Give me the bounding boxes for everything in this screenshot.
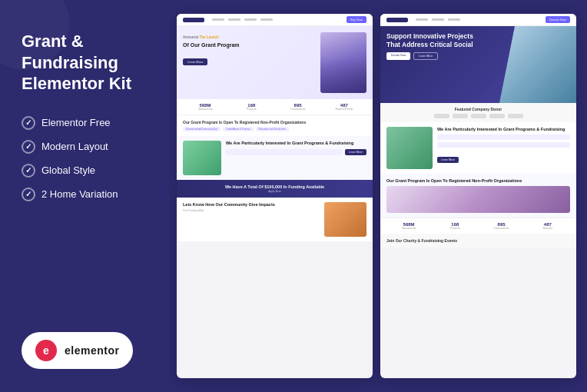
stat-label: Projects <box>433 227 477 230</box>
mock-stats-right: 568M Investments 168 Projects 895 Transa… <box>380 218 576 234</box>
mock-nav-left: Buy Now <box>177 14 373 26</box>
left-panel: Grant & Fundraising Elementor Kit Elemen… <box>0 0 169 392</box>
stat-label: Investments <box>183 108 227 111</box>
mock-hero-image <box>320 32 366 93</box>
nav-link <box>244 18 257 21</box>
stat-reports: 487 Reports/Feeds <box>322 103 366 111</box>
nav-link <box>432 18 444 21</box>
mock-community: Lets Know How Our Community Give Impacts… <box>177 198 373 241</box>
elementor-badge: e elementor <box>22 332 133 369</box>
grant-btn: Learn More <box>437 157 459 163</box>
open-section-image <box>386 186 570 213</box>
dark-section-title: We Have A Total Of $100,000 In Funding A… <box>183 184 366 189</box>
mock-nav-links-right <box>416 18 460 21</box>
features-list: Elementor Free Modern Layout Global Styl… <box>22 116 151 201</box>
mock-hero-right: Support Innovative Projects That Address… <box>380 26 576 103</box>
donor-logo <box>489 114 505 118</box>
stat-projects: 168 Projects <box>229 103 274 111</box>
community-text: Lets Know How Our Community Give Impacts… <box>183 202 320 237</box>
grant-inputs <box>437 135 570 148</box>
feature-modern-layout: Modern Layout <box>22 140 151 154</box>
events-title: Join Our Charity & Fundraising Events <box>386 238 570 243</box>
screenshots-panel: Buy Now Announce The Launch Of Our Grant… <box>169 0 587 392</box>
grant-image <box>386 127 433 169</box>
mock-section2: We Are Particularly Interested In Grant … <box>177 136 373 180</box>
grant-amount-input[interactable] <box>226 149 343 155</box>
check-icon <box>22 164 35 178</box>
feature-global-style: Global Style <box>22 164 151 178</box>
donors-title: Featured Company Donor <box>386 107 570 111</box>
stat-transactions-right: 895 Transactions <box>479 222 524 230</box>
kit-title: Grant & Fundraising Elementor Kit <box>22 31 151 95</box>
hero-right-text: Support Innovative Projects That Address… <box>386 32 570 60</box>
community-desc: Our Funding Map <box>183 209 320 213</box>
stat-label: Projects <box>229 108 274 111</box>
screenshot-right: Donate Now Support Innovative Projects T… <box>380 14 576 378</box>
stat-transactions: 895 Transactions <box>276 103 320 111</box>
check-icon <box>22 116 35 130</box>
mock-open-section: Our Grant Program Is Open To Registered … <box>380 174 576 218</box>
donors-logos <box>386 114 570 118</box>
section2-title: We Are Particularly Interested In Grant … <box>226 141 366 146</box>
mock-grant-section: We Are Particularly Interested In Grant … <box>380 122 576 174</box>
feature-label: 2 Home Variation <box>41 188 118 200</box>
mock-site-right: Donate Now Support Innovative Projects T… <box>380 14 576 378</box>
grant-field[interactable] <box>437 142 570 148</box>
tag: Grant Admin & Process <box>223 127 253 131</box>
check-icon <box>22 188 35 201</box>
nav-link <box>228 18 240 21</box>
stat-investments: 568M Investments <box>183 103 227 111</box>
elementor-brand-text: elementor <box>65 344 119 357</box>
mock-nav-links <box>212 18 273 21</box>
section2-input-row: Learn More <box>226 149 366 155</box>
stat-label: Transactions <box>276 108 320 111</box>
nav-link <box>212 18 224 21</box>
hero-person <box>320 32 366 93</box>
donor-logo <box>434 114 449 118</box>
mock-tags: Environmental/Community Dev Grant Admin … <box>183 127 366 131</box>
stat-label: Transactions <box>479 227 524 230</box>
stat-projects-right: 168 Projects <box>433 222 477 230</box>
nav-link <box>260 18 273 21</box>
donor-logo <box>508 114 523 118</box>
mock-logo <box>183 18 204 22</box>
donate-btn: Donate Now <box>386 52 410 60</box>
stat-reports-right: 487 Reports <box>526 222 570 230</box>
feature-label: Modern Layout <box>41 141 108 152</box>
stat-label: Investments <box>386 227 431 230</box>
section2-text: We Are Particularly Interested In Grant … <box>226 141 366 155</box>
grant-field[interactable] <box>437 135 570 140</box>
mock-section1: Our Grant Program Is Open To Registered … <box>177 115 373 136</box>
donor-logo <box>471 114 486 118</box>
hero-right-buttons: Donate Now Learn More <box>386 52 570 60</box>
hero-button: Learn More <box>183 58 207 65</box>
mock-nav-cta-right: Donate Now <box>546 16 570 23</box>
tag: Education and Social work <box>256 127 289 131</box>
stat-label: Reports <box>526 227 570 230</box>
mock-donors: Featured Company Donor <box>380 103 576 122</box>
hero-announce: Announce The Launch <box>183 35 317 39</box>
feature-label: Global Style <box>41 164 95 176</box>
stats-row: 568M Investments 168 Projects 895 Transa… <box>177 99 373 115</box>
hero-title: Of Our Grant Program <box>183 42 317 48</box>
mock-site-left: Buy Now Announce The Launch Of Our Grant… <box>177 14 373 378</box>
donor-logo <box>453 114 468 118</box>
stat-label: Reports/Feeds <box>322 108 366 111</box>
grant-title: We Are Particularly Interested In Grant … <box>437 127 570 132</box>
open-title: Our Grant Program Is Open To Registered … <box>386 178 570 184</box>
section1-title: Our Grant Program Is Open To Registered … <box>183 120 366 125</box>
hero-right-title: Support Innovative Projects That Address… <box>386 32 479 48</box>
mock-hero-left: Announce The Launch Of Our Grant Program… <box>177 26 373 99</box>
nav-link <box>448 18 460 21</box>
community-title: Lets Know How Our Community Give Impacts <box>183 202 320 207</box>
community-image <box>324 202 366 237</box>
grant-text: We Are Particularly Interested In Grant … <box>437 127 570 169</box>
stat-investments-right: 568M Investments <box>386 222 431 230</box>
mock-events: Join Our Charity & Fundraising Events <box>380 234 576 247</box>
feature-label: Elementor Free <box>41 117 111 128</box>
screenshot-left: Buy Now Announce The Launch Of Our Grant… <box>177 14 373 378</box>
section2-image <box>183 141 221 175</box>
mock-nav-right: Donate Now <box>380 14 576 26</box>
learn-btn: Learn More <box>413 52 438 60</box>
dark-section-sub: Apply Now <box>183 190 366 193</box>
